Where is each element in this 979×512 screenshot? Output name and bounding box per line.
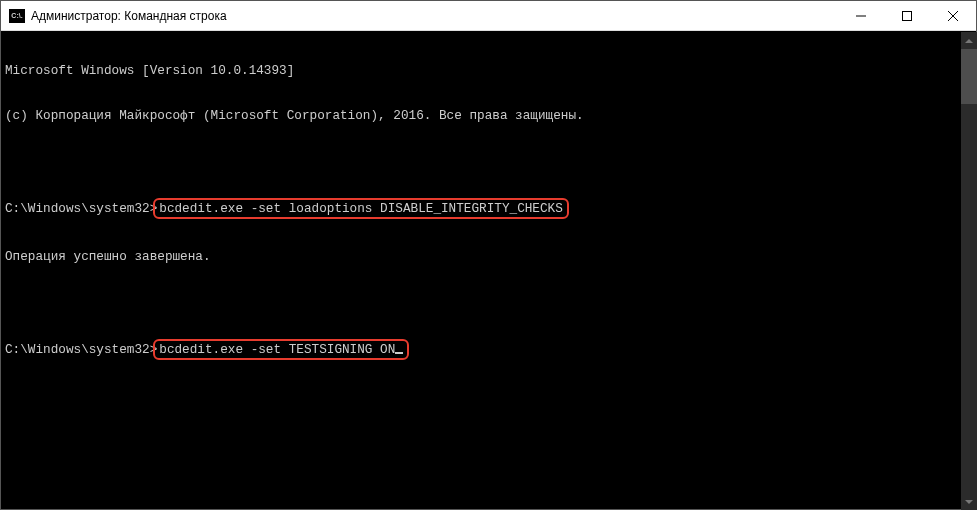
prompt: C:\Windows\system32> bbox=[5, 201, 157, 216]
maximize-button[interactable] bbox=[884, 1, 930, 30]
cmd-icon-text: C:\. bbox=[11, 12, 22, 19]
window-controls bbox=[838, 1, 976, 30]
prompt: C:\Windows\system32> bbox=[5, 342, 157, 357]
cmd-icon: C:\. bbox=[9, 9, 25, 23]
scroll-down-arrow-icon[interactable] bbox=[961, 493, 977, 510]
minimize-button[interactable] bbox=[838, 1, 884, 30]
output-line bbox=[5, 294, 972, 309]
terminal-area[interactable]: Microsoft Windows [Version 10.0.14393] (… bbox=[1, 31, 976, 509]
command-prompt-window: C:\. Администратор: Командная строка Mic… bbox=[0, 0, 977, 510]
command-line: C:\Windows\system32>bcdedit.exe -set TES… bbox=[5, 339, 972, 360]
title-left: C:\. Администратор: Командная строка bbox=[1, 9, 838, 23]
output-line bbox=[5, 153, 972, 168]
scroll-thumb[interactable] bbox=[961, 49, 977, 104]
highlighted-command: bcdedit.exe -set loadoptions DISABLE_INT… bbox=[153, 198, 569, 219]
svg-rect-0 bbox=[903, 11, 912, 20]
output-line: Операция успешно завершена. bbox=[5, 249, 972, 264]
window-title: Администратор: Командная строка bbox=[31, 9, 227, 23]
scroll-up-arrow-icon[interactable] bbox=[961, 32, 977, 49]
command-line: C:\Windows\system32>bcdedit.exe -set loa… bbox=[5, 198, 972, 219]
vertical-scrollbar[interactable] bbox=[961, 32, 977, 510]
output-line: (c) Корпорация Майкрософт (Microsoft Cor… bbox=[5, 108, 972, 123]
titlebar[interactable]: C:\. Администратор: Командная строка bbox=[1, 1, 976, 31]
highlighted-command: bcdedit.exe -set TESTSIGNING ON bbox=[153, 339, 409, 360]
command-text: bcdedit.exe -set TESTSIGNING ON bbox=[159, 342, 395, 357]
cursor bbox=[395, 352, 403, 354]
output-line: Microsoft Windows [Version 10.0.14393] bbox=[5, 63, 972, 78]
close-button[interactable] bbox=[930, 1, 976, 30]
